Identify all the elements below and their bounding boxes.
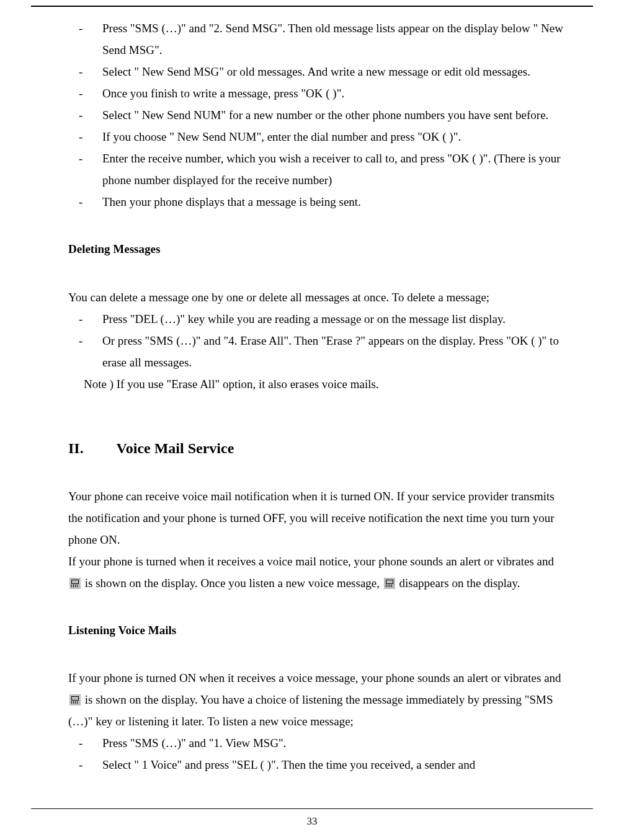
list-item: Then your phone displays that a message … bbox=[68, 191, 565, 213]
step-text: If you choose " New Send NUM", enter the… bbox=[102, 130, 461, 143]
voicemail-icon bbox=[384, 578, 395, 589]
delete-steps: Press "DEL (…)" key while you are readin… bbox=[68, 308, 565, 373]
step-text: Select " New Send MSG" or old messages. … bbox=[102, 65, 530, 78]
page-number: 33 bbox=[0, 815, 624, 828]
step-text: Or press "SMS (…)" and "4. Erase All". T… bbox=[102, 334, 559, 369]
voicemail-intro-b-after: disappears on the display. bbox=[399, 577, 520, 590]
step-text: Enter the receive number, which you wish… bbox=[102, 152, 561, 187]
list-item: Select " New Send MSG" or old messages. … bbox=[68, 61, 565, 82]
section-title: Voice Mail Service bbox=[117, 440, 234, 456]
list-item: Select " 1 Voice" and press "SEL ( )". T… bbox=[68, 754, 565, 776]
list-item: Enter the receive number, which you wish… bbox=[68, 148, 565, 191]
list-item: If you choose " New Send NUM", enter the… bbox=[68, 126, 565, 148]
listening-voicemails-heading: Listening Voice Mails bbox=[68, 624, 565, 638]
step-text: Press "SMS (…)" and "2. Send MSG". Then … bbox=[102, 22, 563, 56]
step-text: Select " New Send NUM" for a new number … bbox=[102, 108, 548, 122]
bottom-horizontal-rule bbox=[31, 808, 593, 809]
listening-intro-after: is shown on the display. You have a choi… bbox=[68, 693, 553, 728]
voicemail-icon bbox=[69, 694, 81, 705]
list-item: Select " New Send NUM" for a new number … bbox=[68, 104, 565, 126]
voicemail-icon bbox=[69, 578, 81, 589]
voicemail-intro-b-before: If your phone is turned when it receives… bbox=[68, 555, 554, 568]
voicemail-intro-b: If your phone is turned when it receives… bbox=[68, 550, 565, 594]
listening-intro: If your phone is turned ON when it recei… bbox=[68, 667, 565, 732]
page-content: Press "SMS (…)" and "2. Send MSG". Then … bbox=[68, 17, 565, 776]
voice-mail-heading: II. Voice Mail Service bbox=[68, 440, 565, 458]
listening-intro-before: If your phone is turned ON when it recei… bbox=[68, 671, 561, 684]
step-text: Then your phone displays that a message … bbox=[102, 195, 361, 208]
list-item: Press "DEL (…)" key while you are readin… bbox=[68, 308, 565, 330]
list-item: Or press "SMS (…)" and "4. Erase All". T… bbox=[68, 330, 565, 373]
deleting-messages-heading: Deleting Messages bbox=[68, 242, 565, 257]
voicemail-intro-b-mid: is shown on the display. Once you listen… bbox=[85, 577, 383, 590]
step-text: Once you finish to write a message, pres… bbox=[102, 87, 344, 100]
voicemail-intro-a: Your phone can receive voice mail notifi… bbox=[68, 485, 565, 550]
top-horizontal-rule bbox=[31, 6, 593, 7]
page: Press "SMS (…)" and "2. Send MSG". Then … bbox=[0, 0, 624, 840]
step-text: Press "DEL (…)" key while you are readin… bbox=[102, 312, 506, 325]
delete-note: Note ) If you use "Erase All" option, it… bbox=[68, 373, 565, 395]
list-item: Once you finish to write a message, pres… bbox=[68, 82, 565, 104]
step-text: Select " 1 Voice" and press "SEL ( )". T… bbox=[102, 758, 475, 771]
deleting-intro: You can delete a message one by one or d… bbox=[68, 286, 565, 308]
list-item: Press "SMS (…)" and "2. Send MSG". Then … bbox=[68, 17, 565, 61]
list-item: Press "SMS (…)" and "1. View MSG". bbox=[68, 732, 565, 754]
step-text: Press "SMS (…)" and "1. View MSG". bbox=[102, 736, 287, 749]
listening-steps: Press "SMS (…)" and "1. View MSG". Selec… bbox=[68, 732, 565, 776]
section-roman: II. bbox=[68, 440, 113, 458]
send-msg-steps: Press "SMS (…)" and "2. Send MSG". Then … bbox=[68, 17, 565, 213]
